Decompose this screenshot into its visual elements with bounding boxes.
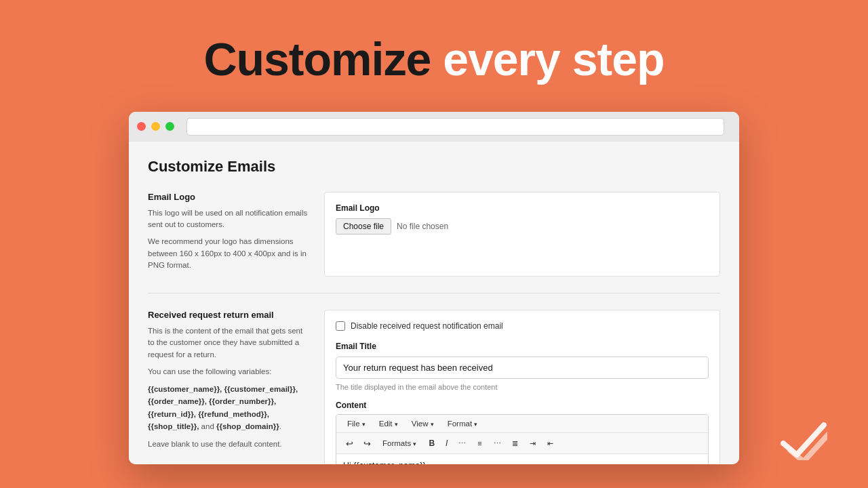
file-menu[interactable]: File ▾ [342, 418, 371, 430]
section-left-logo: Email Logo This logo will be used on all… [148, 192, 324, 277]
content-label: Content [336, 401, 709, 410]
maximize-button[interactable] [165, 122, 174, 131]
browser-toolbar [129, 112, 739, 142]
align-right-icon[interactable]: ⋯ [490, 436, 505, 451]
disable-checkbox-row: Disable received request notification em… [336, 321, 709, 331]
no-file-text: No file chosen [397, 222, 448, 231]
variable-shop: {{shop_title}}, [148, 422, 199, 430]
email-logo-desc2: We recommend your logo has dimensions be… [148, 236, 311, 271]
justify-icon[interactable]: ≣ [507, 436, 522, 451]
email-logo-section: Email Logo This logo will be used on all… [148, 192, 720, 293]
edit-menu[interactable]: Edit ▾ [374, 418, 403, 430]
close-button[interactable] [137, 122, 146, 131]
file-input-wrapper: Choose file No file chosen [336, 218, 709, 235]
variable-order: {{order_name}}, {{order_number}}, [148, 397, 276, 405]
received-request-desc3: Leave blank to use the default content. [148, 439, 311, 450]
undo-icon[interactable]: ↩ [342, 436, 357, 451]
email-title-label: Email Title [336, 342, 709, 351]
disable-notification-checkbox[interactable] [336, 321, 345, 331]
editor-menubar: File ▾ Edit ▾ View ▾ Format ▾ [336, 415, 708, 433]
align-left-icon[interactable]: ⋯ [454, 436, 469, 451]
variable-return: {{return_id}}, {{refund_method}}, [148, 410, 269, 418]
browser-content: Customize Emails Email Logo This logo wi… [129, 142, 739, 464]
indent-icon[interactable]: ⇥ [525, 436, 540, 451]
editor-container: File ▾ Edit ▾ View ▾ Format ▾ ↩ ↪ Format… [336, 414, 709, 464]
view-menu[interactable]: View ▾ [406, 418, 439, 430]
page-title: Customize Emails [148, 158, 720, 176]
minimize-button[interactable] [151, 122, 160, 131]
checkmark-icon [780, 420, 827, 468]
address-bar[interactable] [186, 118, 724, 136]
section-left-request: Received request return email This is th… [148, 310, 324, 464]
choose-file-button[interactable]: Choose file [336, 218, 391, 235]
format-menu[interactable]: Format ▾ [442, 418, 484, 430]
redo-icon[interactable]: ↪ [359, 436, 374, 451]
page-content: Customize Emails Email Logo This logo wi… [129, 142, 739, 464]
formats-dropdown[interactable]: Formats ▾ [377, 437, 422, 449]
received-request-heading: Received request return email [148, 310, 311, 320]
disable-checkbox-label: Disable received request notification em… [351, 321, 503, 331]
outdent-icon[interactable]: ⇤ [542, 436, 557, 451]
logo-field-label: Email Logo [336, 203, 709, 213]
hero-title-plain: Customize [203, 33, 431, 85]
align-center-icon[interactable]: ≡ [472, 436, 487, 451]
variable-domain: {{shop_domain}} [216, 422, 279, 430]
received-request-section: Received request return email This is th… [148, 310, 720, 464]
email-logo-heading: Email Logo [148, 192, 311, 202]
browser-window: Customize Emails Email Logo This logo wi… [129, 112, 739, 464]
editor-toolbar: ↩ ↪ Formats ▾ B I ⋯ ≡ ⋯ ≣ ⇥ ⇤ [336, 433, 708, 454]
email-logo-desc1: This logo will be used on all notificati… [148, 207, 311, 231]
email-logo-panel: Email Logo Choose file No file chosen [324, 192, 720, 277]
email-title-input[interactable] [336, 357, 709, 379]
editor-body-text: Hi {{customer_name}}, [343, 461, 428, 464]
received-request-desc1: This is the content of the email that ge… [148, 325, 311, 361]
email-title-hint: The title displayed in the email above t… [336, 383, 709, 391]
hero-title: Customize every step [203, 34, 664, 85]
bold-button[interactable]: B [425, 436, 439, 450]
italic-button[interactable]: I [441, 436, 452, 450]
variables-text: {{customer_name}}, {{customer_email}}, {… [148, 383, 311, 433]
hero-title-highlight: every step [443, 33, 664, 85]
received-request-panel: Disable received request notification em… [324, 310, 720, 464]
received-request-desc2: You can use the following variables: [148, 366, 311, 378]
variable-customer-name: {{customer_name}}, {{customer_email}}, [148, 385, 298, 393]
editor-body[interactable]: Hi {{customer_name}}, [336, 454, 708, 464]
